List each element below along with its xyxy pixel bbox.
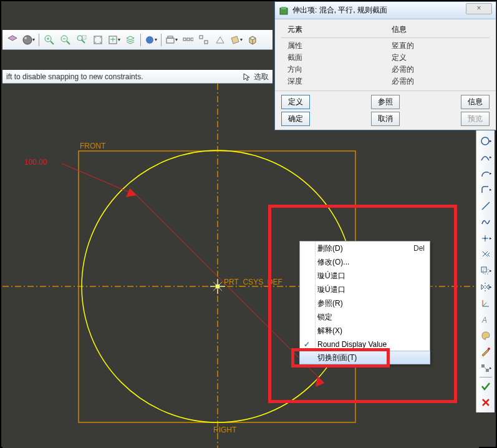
point-icon[interactable]: ▸ (478, 231, 493, 246)
dialog-close-button[interactable]: × (466, 3, 492, 14)
context-item-round-display[interactable]: ✓Round Display Value (300, 338, 430, 351)
palette-icon[interactable] (478, 328, 493, 343)
select-control[interactable]: 选取 (243, 72, 269, 82)
svg-rect-38 (483, 269, 488, 274)
context-item-toggle-section[interactable]: 切换剖面(T) (299, 351, 430, 364)
dim-label: 100.00 (24, 158, 47, 167)
svg-point-30 (215, 284, 220, 289)
svg-line-3 (51, 41, 54, 44)
svg-line-26 (62, 163, 137, 195)
check-icon[interactable] (478, 379, 493, 394)
mirror-icon[interactable]: ▸ (478, 280, 493, 295)
csys-label: PRT_CSYS_DEF (224, 278, 282, 286)
svg-point-32 (481, 137, 489, 145)
svg-rect-37 (481, 267, 486, 272)
cancel-button[interactable]: 取消 (371, 112, 400, 126)
svg-point-0 (23, 36, 32, 44)
svg-point-14 (146, 36, 153, 44)
context-item-explain[interactable]: 解释(X) (300, 324, 430, 338)
context-item-strong[interactable]: 璇Ú遣口 (300, 269, 430, 283)
svg-rect-11 (82, 36, 86, 39)
context-menu: 删除(D)Del 修改(O)... 璇Ú遣口 璇Ú遣口 参照(R) 锁定 解释(… (299, 241, 430, 364)
svg-text:A: A (481, 316, 487, 324)
arc3-icon[interactable]: ▸ (478, 150, 493, 165)
svg-rect-46 (486, 369, 489, 372)
status-text: ift to disable snapping to new constrain… (6, 72, 143, 81)
layers-icon[interactable] (123, 32, 138, 47)
table-row[interactable]: 属性竖直的 (281, 41, 490, 51)
front-label: FRONT (80, 142, 106, 150)
sketch-icon[interactable] (478, 344, 493, 359)
arc-icon[interactable]: ▸ (478, 166, 493, 181)
context-item-lock[interactable]: 锁定 (300, 310, 430, 324)
dialog-icon (279, 6, 289, 16)
svg-line-7 (67, 41, 70, 44)
display-icon[interactable]: ▼ (143, 32, 158, 47)
svg-rect-17 (183, 38, 186, 41)
svg-line-47 (485, 368, 486, 369)
ok-button[interactable]: 确定 (281, 112, 310, 126)
orient-icon[interactable]: ▼ (107, 32, 122, 47)
svg-rect-19 (191, 38, 193, 41)
pattern2-icon[interactable] (196, 32, 211, 47)
line-icon[interactable] (478, 198, 493, 213)
svg-point-1 (24, 37, 27, 39)
surface-icon[interactable] (5, 32, 20, 47)
svg-rect-49 (281, 7, 286, 9)
blend-definition-dialog: 伸出项: 混合, 平行, 规则截面 × 元素 信息 属性竖直的 截面定义 方向必… (274, 1, 496, 130)
status-bar: ift to disable snapping to new constrain… (2, 70, 273, 84)
svg-rect-45 (481, 364, 485, 368)
box-icon[interactable] (245, 32, 260, 47)
svg-line-42 (483, 303, 486, 306)
csys-icon[interactable] (478, 296, 493, 311)
svg-rect-15 (166, 38, 174, 43)
context-item-reference[interactable]: 参照(R) (300, 296, 430, 310)
define-button[interactable]: 定义 (281, 95, 310, 109)
pattern1-icon[interactable] (180, 32, 195, 47)
svg-point-9 (77, 36, 82, 41)
zoom-in-icon[interactable] (42, 32, 57, 47)
cancel-icon[interactable] (478, 395, 493, 410)
svg-line-10 (82, 40, 85, 43)
context-item-delete[interactable]: 删除(D)Del (300, 241, 430, 255)
text-icon[interactable]: A (478, 312, 493, 327)
offset-icon[interactable]: ▸ (478, 263, 493, 278)
circle-icon[interactable]: ▸ (478, 134, 493, 149)
info-button[interactable]: 信息 (461, 95, 490, 109)
saved-view-icon[interactable]: ▼ (164, 32, 179, 47)
main-toolbar: ▼ ▼ ▼ ▼ ▼ (2, 30, 273, 50)
dialog-titlebar[interactable]: 伸出项: 混合, 平行, 规则截面 × (275, 2, 496, 19)
sphere-icon[interactable]: ▼ (21, 32, 36, 47)
zoom-area-icon[interactable] (74, 32, 89, 47)
geom-icon[interactable] (213, 32, 228, 47)
header-info: 信息 (385, 24, 490, 35)
preview-button: 预览 (461, 112, 490, 126)
svg-rect-16 (168, 36, 173, 38)
table-row[interactable]: 方向必需的 (281, 64, 490, 75)
spline-icon[interactable] (478, 215, 493, 230)
context-item-modify[interactable]: 修改(O)... (300, 255, 430, 269)
svg-rect-20 (200, 36, 203, 39)
right-label: RIGHT (213, 426, 237, 434)
table-row[interactable]: 截面定义 (281, 52, 490, 63)
plane-icon[interactable]: ▼ (229, 32, 244, 47)
svg-point-44 (488, 348, 490, 350)
header-element: 元素 (281, 24, 385, 35)
cursor-icon (243, 72, 251, 81)
scissors-icon[interactable] (478, 247, 493, 262)
table-header: 元素 信息 (281, 24, 490, 38)
context-item-strong2[interactable]: 璇Ú遣口 (300, 283, 430, 296)
reference-button[interactable]: 参照 (371, 95, 400, 109)
svg-rect-21 (205, 41, 208, 44)
dialog-title-text: 伸出项: 混合, 平行, 规则截面 (292, 5, 387, 16)
svg-rect-18 (187, 38, 190, 41)
table-row[interactable]: 深度必需的 (281, 76, 490, 87)
fillet-icon[interactable]: ▸ (478, 182, 493, 197)
select-label: 选取 (254, 72, 269, 82)
refit-icon[interactable] (90, 32, 105, 47)
check-icon: ✓ (304, 340, 310, 349)
zoom-out-icon[interactable] (58, 32, 73, 47)
svg-line-33 (482, 202, 490, 210)
svg-point-36 (484, 238, 486, 240)
constraint-icon[interactable]: ▸ (478, 361, 493, 376)
